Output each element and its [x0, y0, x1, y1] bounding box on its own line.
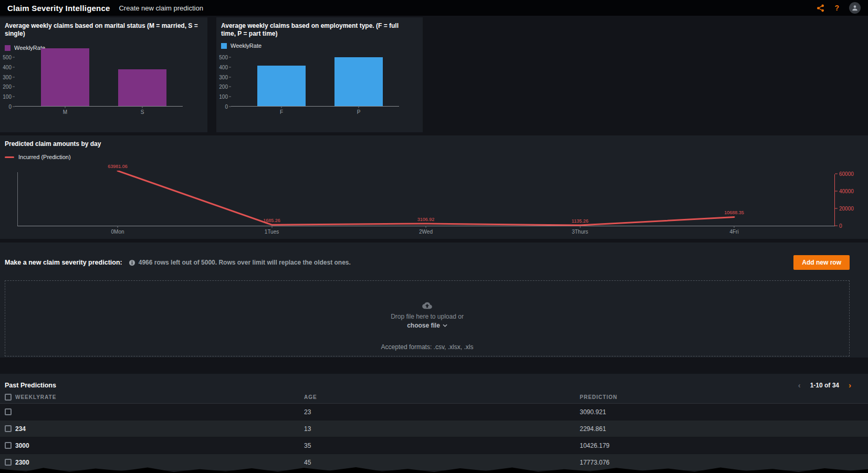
- chevron-down-icon: [443, 324, 447, 327]
- y-tick: 0: [8, 104, 15, 110]
- legend-line-swatch: [5, 156, 14, 158]
- bar-P: [334, 57, 383, 106]
- cell-age: 45: [304, 459, 580, 466]
- choose-file-button[interactable]: choose file: [407, 322, 447, 329]
- table-row[interactable]: 2300 45 17773.076: [0, 454, 868, 471]
- cell-prediction: 2294.861: [580, 425, 868, 433]
- cell-weeklyrate: 3000: [15, 442, 304, 449]
- point-label: 63981.06: [108, 164, 128, 169]
- cloud-upload-icon: [422, 302, 432, 309]
- chart-title: Predicted claim amounts by day: [0, 135, 868, 148]
- cell-weeklyrate: 2300: [15, 459, 304, 466]
- x-label: P: [357, 109, 361, 115]
- x-tick: [142, 106, 143, 108]
- x-tick: [118, 226, 118, 228]
- top-bar: Claim Severity Intelligence Create new c…: [0, 0, 868, 16]
- chart-title: Average weekly claims based on marital s…: [0, 17, 207, 38]
- nav-create-prediction[interactable]: Create new claim prediction: [119, 4, 203, 12]
- x-tick: [734, 226, 735, 228]
- pagination-next-icon[interactable]: ›: [849, 381, 851, 390]
- y-tick: 200: [219, 84, 231, 90]
- right-y-tick: 0: [835, 223, 842, 229]
- x-label: M: [63, 109, 67, 115]
- person-icon: [851, 4, 859, 12]
- table-row[interactable]: 23 3090.921: [0, 404, 868, 421]
- right-y-tick: 60000: [835, 171, 854, 177]
- x-tick: [281, 106, 282, 108]
- table-title: Past Predictions: [5, 382, 56, 389]
- row-checkbox[interactable]: [5, 425, 12, 432]
- file-dropzone[interactable]: Drop file here to upload or choose file …: [5, 280, 850, 356]
- row-checkbox[interactable]: [5, 442, 12, 449]
- info-icon: [129, 259, 135, 266]
- help-icon[interactable]: ?: [834, 4, 839, 12]
- point-label: 1685.26: [263, 218, 280, 223]
- point-label: 1135.26: [572, 218, 589, 224]
- cell-age: 23: [304, 408, 580, 416]
- row-checkbox[interactable]: [5, 459, 12, 466]
- x-tick: [580, 226, 580, 228]
- share-icon[interactable]: [817, 4, 824, 12]
- bar-M: [41, 48, 89, 106]
- legend-label: WeeklyRate: [231, 43, 262, 49]
- cell-weeklyrate: 234: [15, 425, 304, 433]
- y-axis: 0100200300400500: [0, 49, 15, 107]
- column-age: AGE: [304, 394, 580, 400]
- y-tick: 500: [219, 54, 231, 60]
- y-tick: 400: [219, 64, 231, 70]
- chart-legend: Incurred (Prediction): [0, 148, 868, 160]
- y-tick: 300: [3, 74, 15, 80]
- x-label: 4Fri: [729, 229, 738, 235]
- chart-legend: WeeklyRate: [216, 38, 423, 49]
- add-new-row-button[interactable]: Add new row: [793, 255, 850, 270]
- y-tick: 500: [3, 54, 15, 60]
- x-label: 3Thurs: [572, 229, 588, 235]
- plot-area: FP: [231, 49, 399, 107]
- x-tick: [271, 226, 272, 228]
- row-checkbox[interactable]: [5, 408, 12, 415]
- legend-swatch: [221, 43, 227, 49]
- user-avatar[interactable]: [849, 2, 861, 14]
- choose-file-label: choose file: [407, 322, 440, 329]
- y-tick: 400: [3, 64, 15, 70]
- pagination-range: 1-10 of 34: [810, 382, 839, 389]
- new-prediction-panel: Make a new claim severity prediction: 49…: [0, 243, 868, 358]
- table-row[interactable]: 3000 35 10426.179: [0, 437, 868, 454]
- x-label: F: [280, 109, 283, 115]
- legend-label: Incurred (Prediction): [18, 154, 71, 160]
- bar-S: [118, 69, 166, 106]
- point-label: 3106.92: [417, 217, 435, 222]
- table-row[interactable]: 234 13 2294.861: [0, 421, 868, 437]
- marital-status-chart-card: Average weekly claims based on marital s…: [0, 17, 207, 132]
- topbar-actions: ?: [817, 2, 861, 14]
- employment-type-chart-card: Average weekly claims based on employmen…: [216, 17, 423, 132]
- section-title: Make a new claim severity prediction:: [5, 259, 122, 266]
- accepted-formats: Accepted formats: .csv, .xlsx, .xls: [5, 343, 849, 351]
- cell-age: 35: [304, 442, 580, 449]
- bar-F: [257, 66, 306, 106]
- cell-prediction: 17773.076: [580, 459, 868, 466]
- table-column-header: WEEKLYRATE AGE PREDICTION: [0, 391, 868, 404]
- x-label: 0Mon: [111, 229, 124, 235]
- new-prediction-header: Make a new claim severity prediction: 49…: [0, 243, 868, 276]
- plot-area: MS: [15, 49, 183, 107]
- pagination-prev-icon[interactable]: ‹: [798, 381, 801, 390]
- chart-title: Average weekly claims based on employmen…: [216, 17, 423, 38]
- cell-prediction: 10426.179: [580, 442, 868, 449]
- right-y-tick: 20000: [835, 206, 854, 212]
- y-tick: 300: [219, 74, 231, 80]
- rows-limit-info: 4966 rows left out of 5000. Rows over li…: [139, 259, 351, 266]
- bar-chart-marital: 0100200300400500 MS: [0, 49, 207, 128]
- dropzone-text: Drop file here to upload or: [5, 313, 849, 320]
- point-label: 10688.35: [724, 210, 744, 215]
- y-tick: 100: [219, 94, 231, 100]
- line-chart-plot: 0200004000060000 63981.061685.263106.921…: [17, 171, 835, 226]
- y-tick: 0: [225, 104, 231, 110]
- y-tick: 200: [3, 84, 15, 90]
- cell-age: 13: [304, 425, 580, 433]
- table-header-bar: Past Predictions ‹ 1-10 of 34 ›: [0, 374, 868, 391]
- dropzone-content: Drop file here to upload or choose file: [5, 302, 849, 330]
- select-all-checkbox[interactable]: [5, 394, 12, 401]
- y-tick: 100: [3, 94, 15, 100]
- x-label: 1Tues: [265, 229, 279, 235]
